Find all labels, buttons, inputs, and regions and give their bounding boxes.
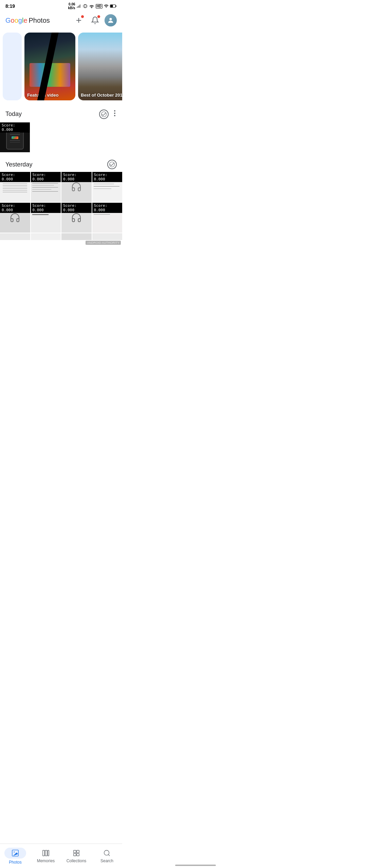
- google-photos-logo: Google Photos: [5, 17, 50, 24]
- user-avatar[interactable]: [105, 14, 117, 26]
- y5-score: Score: 0.000: [0, 203, 30, 213]
- svg-point-18: [114, 110, 115, 112]
- photos-wordmark: Photos: [29, 17, 50, 24]
- headphones-icon: [71, 181, 82, 192]
- today-more-menu[interactable]: [113, 108, 117, 120]
- more-vert-icon: [114, 110, 115, 117]
- wifi-icon: [89, 4, 94, 8]
- today-actions: [99, 108, 117, 120]
- memories-strip[interactable]: Featured video Best of October 2016: [0, 30, 122, 104]
- yesterday-photo-7[interactable]: Score: 0.000: [61, 203, 92, 233]
- yesterday-photo-5[interactable]: Score: 0.000: [0, 203, 30, 233]
- y8-score: Score: 0.000: [92, 203, 123, 213]
- yesterday-photo-2[interactable]: Score: 0.000: [31, 172, 61, 202]
- yesterday-section-header: Yesterday: [0, 156, 122, 172]
- today-photo-1[interactable]: Score: 0.000: [0, 122, 30, 152]
- memory-card-featured-video[interactable]: Featured video: [24, 33, 75, 100]
- add-button[interactable]: [72, 14, 86, 27]
- y6-score: Score: 0.000: [31, 203, 61, 213]
- headphones-icon-2: [10, 212, 20, 223]
- today-title: Today: [5, 111, 22, 118]
- y3-score: Score: 0.000: [61, 172, 92, 182]
- y2-score: Score: 0.000: [31, 172, 61, 182]
- status-bar: 8:19 0.06 kB/s HD: [0, 0, 122, 11]
- yesterday-photos-row2: Score: 0.000 Score: 0.000 Score: 0.00: [0, 203, 122, 234]
- memory-card-blank[interactable]: [3, 33, 22, 100]
- y4-score: Score: 0.000: [92, 172, 123, 182]
- checkmark-icon: [101, 111, 107, 117]
- yesterday-select-all[interactable]: [107, 160, 117, 169]
- yesterday-photo-1[interactable]: Score: 0.000: [0, 172, 30, 202]
- main-content: Featured video Best of October 2016 Toda…: [0, 30, 122, 267]
- network-icon: [104, 4, 109, 8]
- svg-rect-13: [110, 5, 113, 7]
- yesterday-photos-row3-partial: [0, 233, 122, 240]
- status-icons: 0.06 kB/s HD: [68, 2, 117, 10]
- notifications-button[interactable]: [88, 14, 102, 27]
- y7-score: Score: 0.000: [61, 203, 92, 213]
- svg-point-20: [114, 115, 115, 116]
- yesterday-photo-8[interactable]: Score: 0.000: [92, 203, 123, 233]
- notif-badge: [97, 15, 100, 18]
- checkmark-icon-yesterday: [109, 161, 115, 167]
- google-wordmark: Google: [5, 17, 27, 24]
- battery-icon: [110, 4, 117, 8]
- yesterday-actions: [107, 160, 117, 169]
- svg-point-16: [109, 18, 112, 20]
- y1-score: Score: 0.000: [0, 172, 30, 182]
- speed-indicator: 0.06 kB/s: [68, 2, 75, 10]
- status-time: 8:19: [5, 3, 15, 9]
- memory-card-best-oct[interactable]: Best of October 2016: [78, 33, 122, 100]
- svg-rect-4: [84, 4, 86, 7]
- yesterday-photo-4[interactable]: Score: 0.000: [92, 172, 123, 202]
- today-photo-1-score: Score: 0.000: [0, 122, 30, 133]
- yesterday-title: Yesterday: [5, 161, 32, 168]
- svg-rect-12: [115, 5, 116, 7]
- signal-icon: [77, 4, 81, 8]
- today-section-header: Today: [0, 104, 122, 122]
- svg-point-19: [114, 113, 115, 114]
- today-photos: Score: 0.000: [0, 122, 122, 156]
- yesterday-photos-row1: Score: 0.000 Score: 0.000: [0, 172, 122, 203]
- vibrate-icon: [83, 4, 88, 8]
- headphones-icon-3: [71, 212, 82, 223]
- yesterday-photo-3[interactable]: Score: 0.000: [61, 172, 92, 202]
- hd-badge: HD: [96, 4, 103, 8]
- yesterday-photo-6[interactable]: Score: 0.000: [31, 203, 61, 233]
- app-bar-actions: [72, 14, 117, 27]
- best-oct-label: Best of October 2016: [81, 93, 122, 98]
- app-bar: Google Photos: [0, 11, 122, 30]
- featured-video-label: Featured video: [27, 93, 73, 98]
- today-select-all[interactable]: [99, 110, 109, 119]
- add-badge: [81, 15, 84, 18]
